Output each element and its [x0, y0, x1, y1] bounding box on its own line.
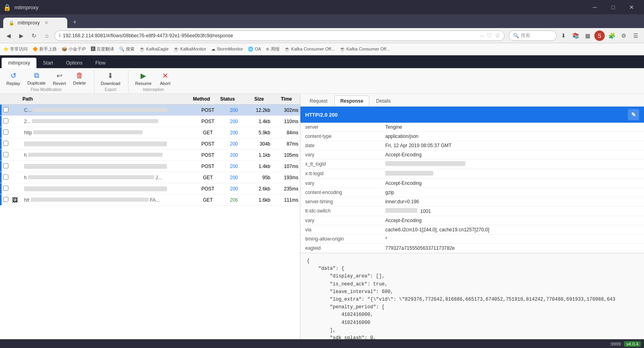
- header-name: x-tt-logid: [300, 169, 380, 179]
- method-col-header[interactable]: Method: [187, 95, 215, 103]
- tab-mitmproxy[interactable]: mitmproxy: [2, 58, 36, 68]
- bookmark-kafkamonitor[interactable]: ☕ KafkaMonitor: [173, 47, 206, 52]
- abort-icon: ✕: [162, 71, 168, 80]
- path-blurred: [24, 142, 167, 146]
- header-value: Accept-Encoding: [380, 216, 644, 225]
- browser-tab-label: mitmproxy: [18, 20, 40, 26]
- app-container: mitmproxy Start Options Flow ↺ Replay ⧉ …: [0, 55, 644, 348]
- row-checkbox[interactable]: [3, 152, 8, 157]
- flow-row[interactable]: C... POST 200 12.2kb 302ms: [0, 105, 300, 116]
- row-checkbox[interactable]: [3, 197, 8, 202]
- port-label: :9999: [610, 342, 621, 346]
- delete-button[interactable]: 🗑 Delete: [70, 70, 89, 87]
- maximize-button[interactable]: □: [604, 0, 622, 14]
- bookmark-sousuo[interactable]: 🔍 搜索: [119, 46, 135, 52]
- header-value: *: [380, 235, 644, 244]
- header-row: x_tt_logid: [300, 160, 644, 169]
- bookmark-xinshoushanlu[interactable]: 🔶 新手上路: [32, 46, 57, 52]
- flow-row[interactable]: http GET 200 5.9kb 84ms: [0, 127, 300, 138]
- path-col-header[interactable]: Path: [21, 95, 187, 103]
- account-icon[interactable]: S: [594, 30, 605, 41]
- window-title: mitmproxy: [14, 4, 38, 10]
- bookmark-kafkaeagle[interactable]: ☕ KafkaEagle: [139, 47, 169, 52]
- download-button[interactable]: ⬇ Download: [98, 70, 124, 87]
- tab-details[interactable]: Details: [370, 95, 397, 106]
- downloads-icon[interactable]: ⬇: [558, 30, 569, 41]
- size-col-header[interactable]: Size: [239, 95, 266, 103]
- flow-row[interactable]: h J... GET 200 95b 193ms: [0, 172, 300, 183]
- header-name: vary: [300, 216, 380, 225]
- header-value: inner;dur=0.196: [380, 197, 644, 206]
- edit-icon[interactable]: ✎: [628, 109, 639, 120]
- new-tab-button[interactable]: +: [67, 16, 82, 28]
- abort-button[interactable]: ✕ Abort: [155, 70, 175, 87]
- home-button[interactable]: ⌂: [42, 30, 52, 41]
- row-checkbox[interactable]: [3, 141, 8, 146]
- row-checkbox[interactable]: [3, 186, 8, 191]
- tab-request[interactable]: Request: [304, 95, 334, 106]
- flow-row[interactable]: POST 200 2.6kb 235ms: [0, 183, 300, 194]
- flow-row[interactable]: 2... POST 200 1.4kb 110ms: [0, 116, 300, 127]
- bookmark-baidufanyi[interactable]: 🅱 百度翻译: [91, 46, 114, 52]
- blurred-value: [385, 171, 433, 176]
- bookmark-zhoubao[interactable]: ⊕ 周报: [266, 46, 280, 52]
- header-row: eagleid 779327a715550563371173782e: [300, 244, 644, 253]
- menu-icon[interactable]: ☰: [630, 30, 641, 41]
- flow-row[interactable]: POST 200 304b 87ms: [0, 138, 300, 150]
- settings-icon[interactable]: ⚙: [618, 30, 629, 41]
- back-button[interactable]: ◀: [3, 30, 14, 41]
- flow-row[interactable]: POST 200 1.4kb 107ms: [0, 161, 300, 172]
- address-text: 192.168.2.114:8081/#/flows/08bbec76-e8f9…: [63, 33, 477, 38]
- tab-options[interactable]: Options: [60, 58, 89, 68]
- flow-row[interactable]: h POST 200 1.1kb 105ms: [0, 150, 300, 161]
- blurred-value: [385, 161, 465, 166]
- tab-flow[interactable]: Flow: [89, 58, 112, 68]
- resume-button[interactable]: ▶ Resume: [132, 70, 155, 87]
- time-col-header[interactable]: Time: [266, 95, 294, 103]
- forward-button[interactable]: ▶: [16, 30, 26, 41]
- flow-modification-label: Flow Modification: [3, 87, 89, 93]
- detail-scroll-area[interactable]: HTTP/2.0 200 ✎ server Tengine content-ty…: [300, 107, 644, 339]
- refresh-button[interactable]: ↻: [29, 30, 39, 41]
- bookmark-kafka1[interactable]: ☕ Kafka Consumer Off...: [284, 47, 335, 52]
- row-checkbox[interactable]: [3, 118, 8, 123]
- tab-groups-icon[interactable]: ▦: [582, 30, 593, 41]
- header-row: vary Accept-Encoding: [300, 216, 644, 225]
- method-cell: GET: [194, 196, 222, 204]
- replay-button[interactable]: ↺ Replay: [3, 70, 23, 87]
- row-checkbox[interactable]: [3, 129, 8, 135]
- extensions-icon[interactable]: 🧩: [606, 30, 617, 41]
- header-row: server-timing inner;dur=0.196: [300, 197, 644, 206]
- bookmark-xiaojinziip[interactable]: 📦 小金子IP: [62, 46, 86, 52]
- header-row: x-tt-logid: [300, 169, 644, 179]
- size-cell: 1.4kb: [246, 163, 272, 170]
- row-checkbox[interactable]: [3, 107, 8, 112]
- http-status-line: HTTP/2.0 200: [305, 112, 338, 118]
- header-value: cache6.l2cm10-1[244,0], cache19.cn1257[2…: [380, 225, 644, 235]
- close-button[interactable]: ✕: [622, 0, 641, 14]
- tab-start[interactable]: Start: [36, 58, 59, 68]
- status-cell: 200: [222, 140, 246, 148]
- bookmark-changfang[interactable]: ⭐ 常常访问: [3, 46, 28, 52]
- status-col-header[interactable]: Status: [215, 95, 239, 103]
- flow-row[interactable]: 🖼 htt FA... GET 206 1.6kb 111ms: [0, 194, 300, 206]
- active-browser-tab[interactable]: 🔒 mitmproxy ✕: [3, 18, 67, 28]
- path-text: 2...: [24, 119, 158, 124]
- version-badge: v4.0.4: [624, 341, 641, 347]
- bookmarks-icon[interactable]: 📚: [570, 30, 581, 41]
- tab-response[interactable]: Response: [334, 95, 369, 106]
- duplicate-button[interactable]: ⧉ Duplicate: [24, 70, 49, 87]
- bookmark-stormmonitor[interactable]: ☁ StormMonitor: [211, 47, 243, 52]
- bookmark-oa[interactable]: 🌐 OA: [248, 47, 261, 52]
- address-bar[interactable]: ℹ 192.168.2.114:8081/#/flows/08bbec76-e8…: [54, 30, 505, 41]
- minimize-button[interactable]: ─: [586, 0, 604, 14]
- revert-button[interactable]: ↩ Revert: [50, 70, 69, 87]
- row-checkbox[interactable]: [3, 174, 8, 180]
- tab-close-icon[interactable]: ✕: [44, 20, 48, 26]
- bookmark-kafka2[interactable]: ☕ Kafka Consumer Off...: [340, 47, 390, 52]
- header-value: Tengine: [380, 123, 644, 132]
- row-checkbox[interactable]: [3, 163, 8, 168]
- toolbar-wrapper: ↺ Replay ⧉ Duplicate ↩ Revert 🗑 Delete: [0, 68, 644, 94]
- path-text: htt FA...: [24, 197, 160, 203]
- method-cell: POST: [194, 152, 222, 159]
